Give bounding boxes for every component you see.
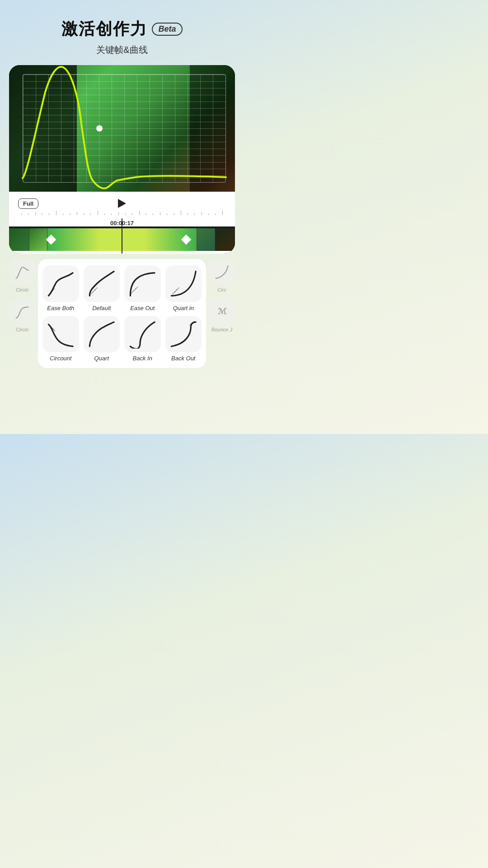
easing-item-default[interactable]: Default [84, 265, 120, 311]
full-button[interactable]: Full [18, 198, 38, 209]
animation-curve [9, 65, 235, 192]
side-card-right-top[interactable] [209, 259, 235, 285]
play-icon [118, 199, 126, 208]
easing-label-back-out: Back Out [171, 355, 195, 362]
video-card: Full [9, 65, 235, 254]
side-card-left-bottom[interactable] [9, 299, 35, 325]
main-title: 激活创作力 [61, 18, 147, 40]
side-card-left-top[interactable] [9, 259, 35, 285]
beta-badge: Beta [152, 23, 182, 36]
keyframe-marker-left[interactable] [46, 235, 56, 245]
easing-item-ease-both[interactable]: Ease Both [42, 265, 79, 311]
easing-card-default[interactable] [84, 265, 120, 302]
easing-grid-row1: Ease Both Default [42, 265, 202, 311]
easing-label-quart: Quart [94, 355, 109, 362]
easing-item-back-out[interactable]: Back Out [165, 316, 202, 362]
easing-item-ease-out[interactable]: Ease Out [124, 265, 161, 311]
easing-label-default: Default [92, 305, 111, 311]
keyframe-marker-right[interactable] [181, 235, 192, 245]
video-preview [9, 65, 235, 192]
easing-grid-row2: Circount Quart Back In [42, 316, 202, 362]
curve-handle[interactable] [96, 125, 103, 132]
subtitle: 关键帧&曲线 [61, 44, 182, 56]
easing-item-quart-in[interactable]: Quart in [165, 265, 202, 311]
easing-card-ease-out[interactable] [124, 265, 161, 302]
easing-panel-wrapper: Circin Circin [9, 259, 235, 368]
easing-item-circount[interactable]: Circount [42, 316, 79, 362]
easing-label-ease-out: Ease Out [130, 305, 155, 311]
easing-item-quart[interactable]: Quart [84, 316, 120, 362]
play-button[interactable] [115, 196, 129, 211]
easing-card-back-in[interactable] [124, 316, 161, 353]
side-label-right-bottom: Bounce J [211, 327, 232, 332]
easing-item-back-in[interactable]: Back In [124, 316, 161, 362]
svg-line-8 [135, 287, 138, 289]
filmstrip[interactable] [9, 228, 235, 251]
easing-card-circount[interactable] [42, 316, 79, 353]
easing-card-quart-in[interactable] [165, 265, 202, 302]
playback-controls: Full [18, 196, 226, 211]
header-section: 激活创作力 Beta 关键帧&曲线 [61, 18, 182, 56]
side-right-col: Circ ℳ Bounce J [209, 259, 235, 332]
svg-text:ℳ: ℳ [218, 307, 227, 316]
easing-panel: Ease Both Default [38, 259, 206, 368]
easing-card-quart[interactable] [84, 316, 120, 353]
playhead [122, 218, 122, 254]
side-label-left-bottom: Circin [16, 327, 28, 332]
easing-card-ease-both[interactable] [42, 265, 79, 302]
easing-card-back-out[interactable] [165, 316, 202, 353]
side-label-right-top: Circ [217, 287, 226, 292]
easing-label-ease-both: Ease Both [47, 305, 74, 311]
side-label-left-top: Circin [16, 287, 28, 292]
svg-line-5 [94, 288, 97, 290]
easing-label-circount: Circount [50, 355, 71, 362]
side-left-col: Circin Circin [9, 259, 35, 332]
easing-label-quart-in: Quart in [173, 305, 194, 311]
easing-label-back-in: Back In [133, 355, 152, 362]
svg-line-11 [176, 288, 179, 290]
side-card-right-bottom[interactable]: ℳ [209, 299, 235, 325]
